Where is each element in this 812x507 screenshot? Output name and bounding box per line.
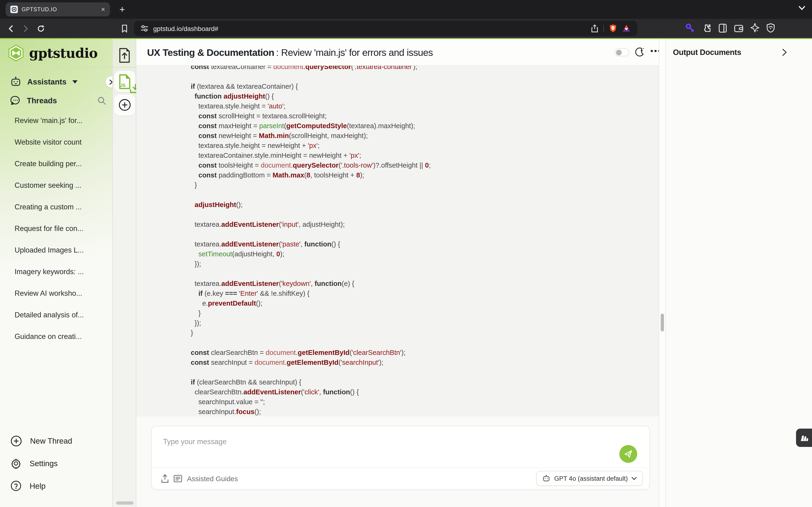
thread-item[interactable]: Uploaded Images L... <box>0 239 112 261</box>
back-button[interactable] <box>6 23 16 34</box>
site-favicon-icon <box>10 6 18 13</box>
settings-button[interactable]: Settings <box>0 453 112 474</box>
page-title: UX Testing & Documentation : Review 'mai… <box>147 39 433 66</box>
gear-icon <box>10 458 21 469</box>
thread-item[interactable]: Review AI worksho... <box>0 283 112 304</box>
dark-mode-moon-icon[interactable] <box>635 47 645 57</box>
address-bar[interactable]: gptstud.io/dashboard# <box>134 21 637 36</box>
thread-item[interactable]: Guidance on creati... <box>0 326 112 347</box>
message-card: Type your message Assisted Guides <box>151 426 650 490</box>
send-plane-icon <box>624 450 632 458</box>
tab-close-icon[interactable]: ✕ <box>101 6 105 12</box>
app-logo[interactable]: gptstudio <box>0 39 112 67</box>
extension-dock-button[interactable] <box>796 429 812 447</box>
add-document-button[interactable] <box>114 94 135 115</box>
threads-chat-icon <box>10 95 21 106</box>
thread-title: : Review 'main.js' for errors and issues <box>276 47 433 58</box>
main-content: UX Testing & Documentation : Review 'mai… <box>136 39 659 507</box>
thread-item[interactable]: Review 'main.js' for... <box>0 110 112 131</box>
browser-tab[interactable]: GPTSTUD.IO ✕ <box>6 2 110 16</box>
thread-item[interactable]: Website visitor count <box>0 131 112 153</box>
code-output[interactable]: const textareaContainer = document.query… <box>136 66 659 416</box>
thread-item[interactable]: Request for file con... <box>0 218 112 239</box>
thread-list: Review 'main.js' for...Website visitor c… <box>0 110 112 347</box>
code-block: const textareaContainer = document.query… <box>191 66 659 416</box>
site-settings-icon[interactable] <box>141 25 149 32</box>
svg-text:JS: JS <box>120 82 125 88</box>
leo-ai-icon[interactable] <box>751 23 759 33</box>
assistant-name: UX Testing & Documentation <box>147 47 274 58</box>
thread-item[interactable]: Imagery keywords: ... <box>0 261 112 283</box>
upload-icon[interactable] <box>161 474 169 483</box>
thread-item-label: Customer seeking ... <box>14 181 81 190</box>
tab-title: GPTSTUD.IO <box>21 7 97 12</box>
toolbar-extensions <box>685 23 775 33</box>
settings-label: Settings <box>30 459 58 468</box>
thread-item-label: Request for file con... <box>14 224 84 233</box>
assistant-robot-icon <box>543 474 551 482</box>
expand-panel-icon[interactable] <box>782 48 787 56</box>
thread-item-label: Creating a custom ... <box>14 203 82 211</box>
sidebar-item-threads[interactable]: Threads <box>0 91 112 110</box>
guides-list-icon[interactable] <box>173 474 182 483</box>
new-thread-label: New Thread <box>30 436 72 445</box>
message-input[interactable]: Type your message <box>163 438 227 446</box>
share-icon[interactable] <box>591 24 598 33</box>
scrollbar-thumb[interactable] <box>661 314 664 331</box>
reload-button[interactable] <box>36 23 46 34</box>
download-js-file-button[interactable]: JS <box>114 71 135 92</box>
forward-button[interactable] <box>21 23 31 34</box>
screen: GPTSTUD.IO ✕ + gptstud.io/dashboard# <box>0 0 812 507</box>
browser-toolbar: gptstud.io/dashboard# <box>0 19 812 38</box>
chevron-down-icon <box>72 80 78 83</box>
horizontal-scrollbar[interactable] <box>116 501 134 505</box>
model-label: GPT 4o (assistant default) <box>554 475 628 482</box>
sidebar-panel-icon[interactable] <box>718 23 727 33</box>
send-button[interactable] <box>619 445 637 463</box>
thread-item-label: Website visitor count <box>14 138 82 147</box>
thread-item[interactable]: Detailed analysis of... <box>0 304 112 326</box>
assisted-guides-label[interactable]: Assisted Guides <box>187 474 238 483</box>
quick-actions-rail: JS <box>112 39 136 507</box>
model-selector[interactable]: GPT 4o (assistant default) <box>537 471 643 486</box>
output-documents-panel: Output Documents <box>666 39 812 507</box>
assistants-robot-icon <box>10 76 21 87</box>
password-key-icon[interactable] <box>685 23 695 33</box>
brave-shields-icon[interactable] <box>609 24 617 33</box>
thread-item[interactable]: Creating a custom ... <box>0 196 112 218</box>
sidebar: gptstudio Assistants <box>0 39 112 507</box>
wallet-icon[interactable] <box>734 24 744 32</box>
divider <box>0 67 136 68</box>
url-text[interactable]: gptstud.io/dashboard# <box>153 25 591 32</box>
thread-item-label: Review AI worksho... <box>14 289 82 298</box>
export-file-button[interactable] <box>117 47 132 63</box>
thread-item-label: Detailed analysis of... <box>14 311 84 319</box>
thread-item[interactable]: Create building per... <box>0 153 112 175</box>
extensions-puzzle-icon[interactable] <box>702 23 711 33</box>
output-documents-title: Output Documents <box>673 39 741 66</box>
bat-rewards-icon[interactable] <box>622 24 630 33</box>
threads-label: Threads <box>27 96 57 105</box>
search-threads-icon[interactable] <box>97 96 106 105</box>
new-tab-button[interactable]: + <box>116 4 128 15</box>
thread-item[interactable]: Customer seeking ... <box>0 175 112 196</box>
help-label: Help <box>30 482 46 490</box>
logo-hexagon-icon <box>7 44 25 62</box>
theme-toggle[interactable] <box>615 48 629 56</box>
plus-circle-icon <box>10 435 22 447</box>
divider <box>603 25 604 32</box>
help-button[interactable]: Help <box>0 475 112 496</box>
tab-search-icon[interactable] <box>798 6 805 10</box>
privacy-shield-icon[interactable] <box>766 23 775 33</box>
browser-tab-bar: GPTSTUD.IO ✕ + <box>0 0 812 19</box>
thread-header: UX Testing & Documentation : Review 'mai… <box>136 39 659 66</box>
thread-item-label: Guidance on creati... <box>14 332 82 341</box>
new-thread-button[interactable]: New Thread <box>0 431 112 451</box>
thread-item-label: Create building per... <box>14 160 82 168</box>
bookmark-icon[interactable] <box>119 23 130 34</box>
sidebar-item-assistants[interactable]: Assistants <box>0 72 112 91</box>
help-icon <box>10 480 21 492</box>
vertical-scrollbar[interactable] <box>659 39 666 507</box>
m-logo-icon <box>799 434 809 442</box>
chevron-down-icon <box>631 477 637 480</box>
